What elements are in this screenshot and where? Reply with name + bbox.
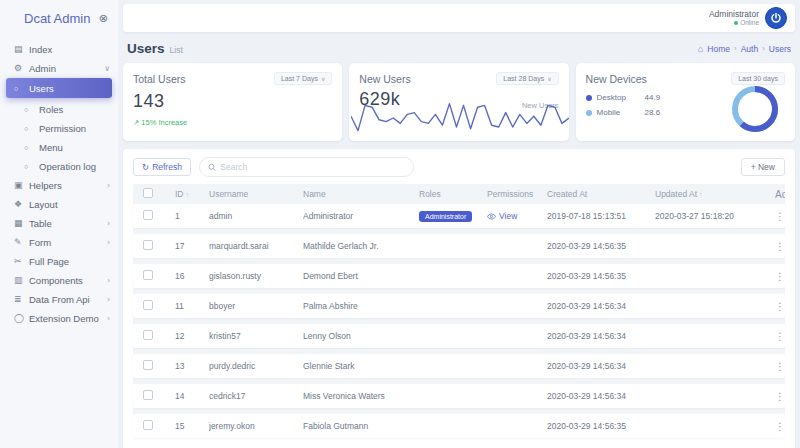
cell-name: Mathilde Gerlach Jr.	[303, 241, 419, 251]
column-action: Action	[775, 189, 785, 200]
cell-created-at: 2020-03-29 14:56:34	[547, 301, 655, 311]
sidebar-item-menu[interactable]: ○ Menu	[0, 138, 118, 156]
sidebar-item-index[interactable]: ▤ Index	[0, 40, 118, 58]
sidebar-item-components[interactable]: ▥ Components ›	[0, 271, 118, 289]
card-title: Total Users	[133, 73, 186, 85]
sidebar-item-full-page[interactable]: ✂ Full Page	[0, 252, 118, 270]
helpers-icon: ▣	[14, 180, 29, 190]
caret-down-icon: ∨	[321, 76, 325, 82]
sidebar-item-label: Users	[29, 83, 104, 94]
scissors-icon: ✂	[14, 256, 29, 266]
users-table: ID↑ Username Name Roles Permissions Crea…	[133, 184, 785, 438]
sidebar: Dcat Admin ⊗ ▤ Index ⚙ Admin ∨ ○ Users ○…	[0, 0, 118, 448]
cell-id: 15	[175, 421, 209, 431]
cell-id: 11	[175, 301, 209, 311]
sidebar-item-permission[interactable]: ○ Permission	[0, 119, 118, 137]
sidebar-item-layout[interactable]: ❖ Layout	[0, 195, 118, 213]
column-id[interactable]: ID↑	[175, 189, 209, 199]
role-badge[interactable]: Administrator	[419, 211, 472, 222]
row-actions-button[interactable]: ⋮	[775, 211, 785, 222]
circle-icon: ○	[14, 85, 29, 92]
extension-icon: ◯	[14, 313, 29, 323]
cell-name: Glennie Stark	[303, 361, 419, 371]
sidebar-item-label: Helpers	[29, 180, 107, 191]
sidebar-item-admin[interactable]: ⚙ Admin ∨	[0, 59, 118, 77]
row-checkbox[interactable]	[143, 210, 153, 220]
sidebar-item-table[interactable]: ▦ Table ›	[0, 214, 118, 232]
row-checkbox[interactable]	[143, 240, 153, 250]
select-all-checkbox[interactable]	[143, 188, 153, 198]
sidebar-item-operation-log[interactable]: ○ Operation log	[0, 157, 118, 175]
range-label: Last 30 days	[738, 75, 778, 82]
chevron-down-icon: ∨	[104, 64, 110, 73]
range-dropdown[interactable]: Last 7 Days∨	[274, 72, 332, 85]
legend-value: 28.6	[645, 108, 661, 117]
cell-id: 16	[175, 271, 209, 281]
top-navbar: Administrator Online	[123, 4, 795, 32]
cell-created-at: 2020-03-29 14:56:35	[547, 421, 655, 431]
caret-down-icon: ∨	[547, 76, 551, 82]
breadcrumb-users[interactable]: Users	[769, 44, 791, 54]
user-info[interactable]: Administrator Online	[709, 10, 759, 26]
gear-icon: ⚙	[14, 63, 29, 73]
row-actions-button[interactable]: ⋮	[775, 391, 785, 402]
breadcrumb-separator: ›	[762, 44, 765, 53]
row-checkbox[interactable]	[143, 360, 153, 370]
avatar[interactable]	[765, 7, 787, 29]
row-actions-button[interactable]: ⋮	[775, 241, 785, 252]
row-actions-button[interactable]: ⋮	[775, 271, 785, 282]
table-row: 13 purdy.dedric Glennie Stark 2020-03-29…	[133, 354, 785, 378]
cell-updated-at: 2020-03-27 15:18:20	[655, 211, 775, 221]
breadcrumb-home[interactable]: Home	[707, 44, 730, 54]
row-checkbox[interactable]	[143, 270, 153, 280]
new-button[interactable]: + New	[741, 158, 785, 176]
mobile-dot-icon	[586, 110, 592, 116]
card-title: New Devices	[586, 73, 647, 85]
row-actions-button[interactable]: ⋮	[775, 301, 785, 312]
circle-icon: ○	[24, 163, 39, 170]
cell-id: 13	[175, 361, 209, 371]
breadcrumb-auth[interactable]: Auth	[741, 44, 759, 54]
sidebar-item-users[interactable]: ○ Users	[6, 78, 112, 98]
table-row: 17 marquardt.sarai Mathilde Gerlach Jr. …	[133, 234, 785, 258]
row-actions-button[interactable]: ⋮	[775, 421, 785, 432]
sidebar-collapse-icon[interactable]: ⊗	[99, 12, 108, 25]
circle-icon: ○	[24, 106, 39, 113]
table-row: 1 admin Administrator Administrator View…	[133, 204, 785, 228]
range-label: Last 7 Days	[281, 75, 318, 82]
cell-name: Administrator	[303, 211, 419, 221]
online-dot-icon	[734, 21, 738, 25]
total-users-card: Total Users Last 7 Days∨ 143 ↗15% Increa…	[123, 63, 342, 141]
sidebar-item-form[interactable]: ✎ Form ›	[0, 233, 118, 251]
row-checkbox[interactable]	[143, 420, 153, 430]
search-box[interactable]	[199, 157, 414, 177]
cell-created-at: 2020-03-29 14:56:35	[547, 241, 655, 251]
database-icon: ≣	[14, 294, 29, 304]
range-dropdown[interactable]: Last 28 Days∨	[496, 72, 558, 85]
sidebar-item-data-from-api[interactable]: ≣ Data From Api ›	[0, 290, 118, 308]
chevron-right-icon: ›	[107, 238, 110, 247]
brand-name: Dcat Admin	[24, 11, 99, 26]
row-actions-button[interactable]: ⋮	[775, 361, 785, 372]
circle-icon: ○	[24, 144, 39, 151]
row-checkbox[interactable]	[143, 330, 153, 340]
row-checkbox[interactable]	[143, 390, 153, 400]
column-updated-at[interactable]: Updated At↑	[655, 189, 775, 199]
row-checkbox[interactable]	[143, 300, 153, 310]
sidebar-item-roles[interactable]: ○ Roles	[0, 100, 118, 118]
sidebar-item-helpers[interactable]: ▣ Helpers ›	[0, 176, 118, 194]
range-label: Last 28 Days	[503, 75, 544, 82]
row-actions-button[interactable]: ⋮	[775, 331, 785, 342]
trend-text: 15% Increase	[141, 118, 187, 127]
online-status-text: Online	[740, 19, 759, 26]
refresh-button[interactable]: ↻ Refresh	[133, 158, 191, 176]
sidebar-item-extension-demo[interactable]: ◯ Extension Demo ›	[0, 309, 118, 327]
total-users-value: 143	[133, 91, 332, 112]
page-title: Users	[127, 41, 165, 56]
refresh-label: Refresh	[152, 162, 182, 172]
main-content: Administrator Online Users List ⌂ Home ›…	[118, 0, 800, 448]
search-input[interactable]	[220, 162, 405, 172]
cell-created-at: 2020-03-29 14:56:34	[547, 391, 655, 401]
view-permissions-link[interactable]: View	[487, 211, 547, 221]
power-logo-icon	[770, 12, 782, 24]
